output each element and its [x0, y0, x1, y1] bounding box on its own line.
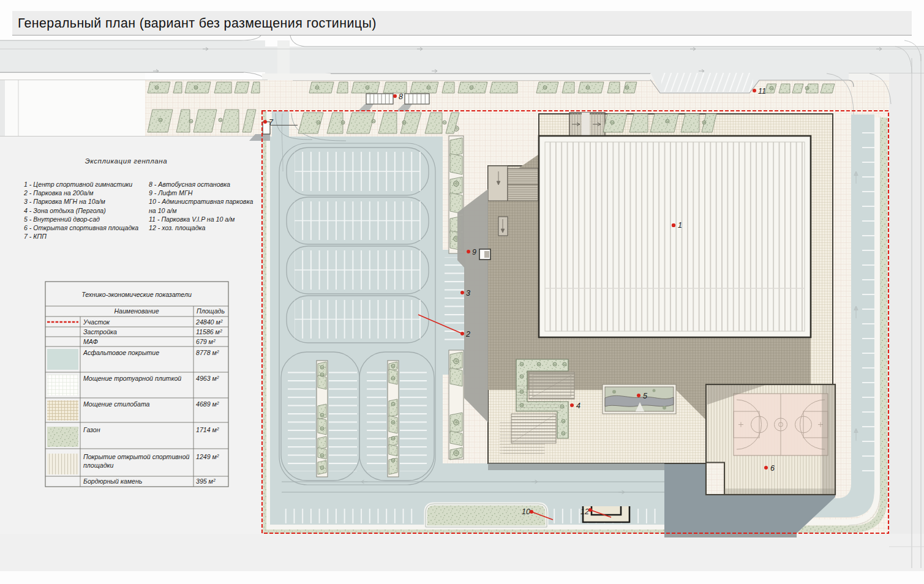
svg-text:Площадь: Площадь [197, 307, 225, 315]
svg-text:Наименование: Наименование [114, 307, 159, 315]
svg-text:1 - Центр спортивной гимнастик: 1 - Центр спортивной гимнастики [24, 181, 132, 188]
svg-text:3: 3 [466, 289, 470, 298]
svg-text:12 - хоз. площадка: 12 - хоз. площадка [149, 224, 206, 231]
svg-text:7: 7 [269, 118, 274, 127]
svg-text:площадки: площадки [83, 462, 114, 469]
svg-text:4 - Зона отдыха (Пергола): 4 - Зона отдыха (Пергола) [24, 207, 106, 214]
svg-text:395 м²: 395 м² [196, 477, 216, 485]
svg-text:7 - КПП: 7 - КПП [24, 233, 47, 240]
svg-text:1249 м²: 1249 м² [196, 453, 219, 460]
svg-text:3 - Парковка МГН на 10а/м: 3 - Парковка МГН на 10а/м [24, 198, 105, 205]
svg-text:на 10 а/м: на 10 а/м [149, 207, 177, 214]
svg-text:9: 9 [472, 248, 476, 256]
svg-text:2 - Парковка на 200а/м: 2 - Парковка на 200а/м [23, 189, 94, 197]
svg-text:8: 8 [399, 92, 403, 101]
svg-text:Экспликация генплана: Экспликация генплана [85, 157, 168, 165]
svg-text:10: 10 [522, 507, 530, 516]
svg-text:9 - Лифт МГН: 9 - Лифт МГН [149, 189, 193, 197]
svg-text:Мощение тротуарной плиткой: Мощение тротуарной плиткой [83, 375, 181, 382]
svg-text:11: 11 [758, 87, 766, 95]
svg-text:679 м²: 679 м² [196, 338, 216, 345]
svg-text:Покрытие открытой спортивной: Покрытие открытой спортивной [83, 453, 190, 460]
svg-text:Мощение стилобата: Мощение стилобата [83, 400, 150, 408]
svg-text:8778 м²: 8778 м² [196, 349, 219, 356]
svg-text:5: 5 [643, 392, 647, 400]
svg-text:10 - Административная парковка: 10 - Административная парковка [149, 198, 253, 205]
svg-text:4: 4 [576, 402, 580, 410]
svg-text:2: 2 [465, 330, 470, 339]
svg-text:24840 м²: 24840 м² [195, 318, 223, 326]
svg-text:Технико-экономические показате: Технико-экономические показатели [81, 291, 192, 298]
svg-text:8 - Автобусная остановка: 8 - Автобусная остановка [149, 181, 230, 188]
svg-text:12: 12 [580, 507, 589, 516]
svg-text:11 - Парковка V.I.P на 10 а/м: 11 - Парковка V.I.P на 10 а/м [149, 215, 235, 223]
svg-text:Газон: Газон [83, 426, 100, 433]
svg-text:5 - Внутренний двор-сад: 5 - Внутренний двор-сад [24, 215, 100, 223]
svg-text:4963 м²: 4963 м² [196, 375, 219, 382]
svg-text:6 - Открытая спортивная площад: 6 - Открытая спортивная площадка [24, 224, 138, 231]
svg-text:Бордюрный камень: Бордюрный камень [83, 477, 142, 485]
svg-text:6: 6 [770, 464, 775, 473]
svg-text:1714 м²: 1714 м² [196, 426, 219, 433]
svg-text:МАФ: МАФ [83, 338, 98, 345]
svg-text:Застройка: Застройка [83, 328, 117, 335]
svg-text:Участок: Участок [83, 318, 110, 326]
svg-text:Генеральный план (вариант без: Генеральный план (вариант без размещения… [18, 16, 377, 31]
svg-text:1: 1 [678, 221, 682, 230]
svg-text:11586 м²: 11586 м² [196, 328, 222, 335]
svg-text:Асфальтовое покрытие: Асфальтовое покрытие [83, 349, 159, 356]
svg-text:4689 м²: 4689 м² [196, 400, 219, 408]
